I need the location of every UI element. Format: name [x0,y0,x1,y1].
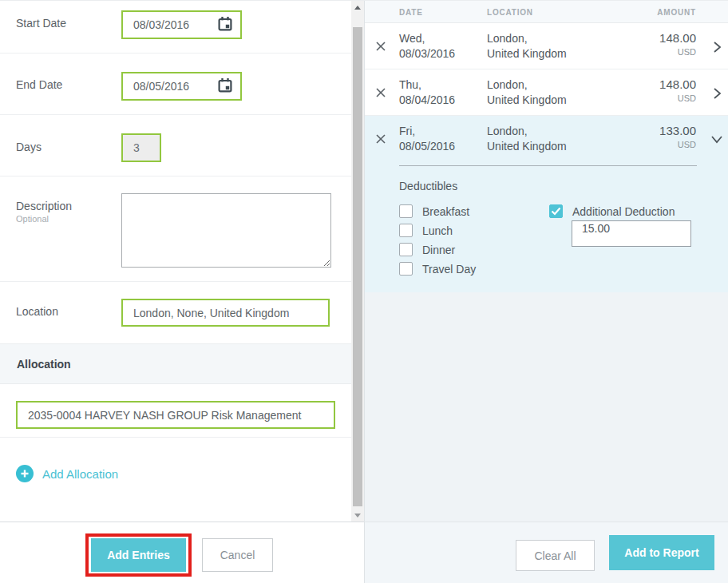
location-label: Location [16,305,58,318]
start-date-label: Start Date [16,17,66,30]
entry-location: London, United Kingdom [487,124,567,154]
calendar-icon [217,77,233,96]
dinner-checkbox[interactable] [399,243,413,256]
entries-table-header: DATE LOCATION AMOUNT [365,1,728,23]
remove-entry-button[interactable] [374,86,388,101]
deductible-travel-day: Travel Day [399,262,476,276]
entry-date: Fri, 08/05/2016 [399,124,455,154]
add-allocation-label: Add Allocation [42,467,118,481]
remove-entry-button[interactable] [374,133,388,147]
start-date-calendar-button[interactable] [216,16,234,34]
allocation-section-header: Allocation [0,343,351,384]
entries-footer: Clear All Add to Report [364,522,728,583]
location-row: Location [0,282,351,343]
collapse-entry-button[interactable] [710,133,723,146]
additional-deduction-field [572,220,691,247]
entry-amount: 133.00 USD [659,124,696,149]
form-scrollbar[interactable] [351,1,364,522]
close-icon [375,135,386,147]
scroll-down-icon [354,514,361,518]
chevron-right-icon [711,44,722,56]
expand-entry-button[interactable] [710,41,723,54]
start-date-field [121,10,242,39]
entry-row-fri-expanded: Fri, 08/05/2016 London, United Kingdom 1… [365,116,728,292]
entry-location: London, United Kingdom [487,31,567,61]
location-field [121,299,330,327]
clear-all-button[interactable]: Clear All [516,540,595,571]
entry-date: Thu, 08/04/2016 [399,77,455,108]
form-footer: Add Entries Cancel [0,522,364,583]
scrollbar-thumb[interactable] [353,27,362,506]
additional-deduction-row: Additional Deduction [549,204,675,218]
remove-entry-button[interactable] [374,40,388,54]
scroll-up-button[interactable] [351,1,364,14]
description-optional-label: Optional [16,214,49,224]
entry-amount: 148.00 USD [659,77,696,103]
cancel-button[interactable]: Cancel [202,538,273,572]
chevron-down-icon [710,135,723,147]
lunch-checkbox[interactable] [399,224,413,237]
calendar-icon [217,16,233,34]
close-icon [375,42,386,54]
entry-date: Wed, 08/03/2016 [399,31,455,61]
travel-day-label: Travel Day [422,263,476,276]
scroll-up-icon [354,6,361,10]
location-column-header: LOCATION [487,8,533,17]
deductible-dinner: Dinner [399,243,455,256]
entry-row-wed[interactable]: Wed, 08/03/2016 London, United Kingdom 1… [365,23,728,69]
allocation-row [0,384,351,438]
add-entries-button[interactable]: Add Entries [91,538,186,572]
allocation-field [16,401,335,429]
chevron-right-icon [711,90,722,102]
entry-form-panel: Start Date End Date [0,1,351,522]
travel-day-checkbox[interactable] [399,262,413,276]
allocation-input[interactable] [18,409,334,422]
dinner-label: Dinner [422,244,455,256]
expand-entry-button[interactable] [710,87,723,100]
entries-list-panel: DATE LOCATION AMOUNT Wed, 08/03/2016 Lon… [364,1,728,522]
breakfast-label: Breakfast [422,205,469,218]
expanded-divider [399,165,697,166]
additional-deduction-label: Additional Deduction [572,205,675,218]
days-row: Days 3 [0,115,351,176]
entry-row-thu[interactable]: Thu, 08/04/2016 London, United Kingdom 1… [365,69,728,116]
description-label: Description [16,200,72,212]
description-row: Description Optional [0,176,351,282]
amount-column-header: AMOUNT [657,8,696,17]
end-date-row: End Date [0,54,351,115]
close-icon [375,89,386,101]
allocation-section-title: Allocation [17,358,71,371]
deductible-breakfast: Breakfast [399,204,469,218]
check-icon [551,204,561,219]
days-value-field: 3 [121,133,161,162]
add-to-report-button[interactable]: Add to Report [609,535,714,570]
additional-deduction-input[interactable] [572,222,690,235]
entry-amount: 148.00 USD [659,31,696,57]
lunch-label: Lunch [422,224,453,237]
additional-deduction-checkbox[interactable] [549,204,563,218]
days-value: 3 [133,141,140,154]
plus-icon [16,465,34,482]
deductibles-title: Deductibles [399,180,457,192]
per-diem-entry-dialog: Start Date End Date [0,0,728,583]
deductible-lunch: Lunch [399,224,453,237]
breakfast-checkbox[interactable] [399,204,413,218]
location-input[interactable] [123,307,328,319]
scroll-down-button[interactable] [351,509,364,522]
days-label: Days [16,141,42,153]
end-date-label: End Date [16,78,62,91]
description-textarea[interactable] [121,193,331,268]
annotation-highlight-box: Add Entries [85,533,192,577]
entry-location: London, United Kingdom [487,77,567,108]
date-column-header: DATE [399,8,423,17]
start-date-row: Start Date [0,1,351,54]
end-date-calendar-button[interactable] [216,77,234,95]
add-allocation-button[interactable]: Add Allocation [16,465,118,482]
end-date-field [121,72,242,101]
